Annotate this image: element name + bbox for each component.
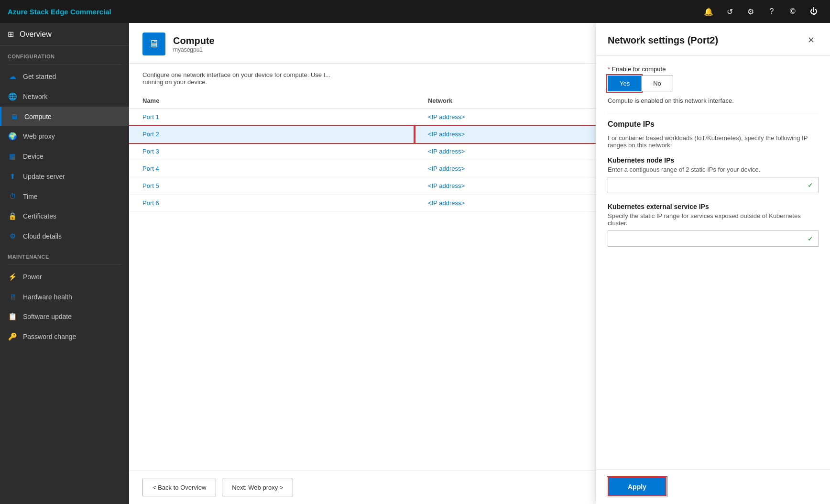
config-divider	[8, 64, 121, 65]
compute-icon: 🖥	[9, 112, 19, 121]
sidebar-item-power[interactable]: ⚡ Power	[0, 267, 129, 287]
sidebar-item-device[interactable]: ▦ Device	[0, 146, 129, 166]
sidebar-item-web-proxy[interactable]: 🌍 Web proxy	[0, 126, 129, 146]
k8s-external-input-container: ✓	[608, 230, 819, 247]
sidebar-label-compute: Compute	[24, 113, 52, 121]
sidebar-item-hardware-health[interactable]: 🖥 Hardware health	[0, 287, 129, 307]
web-proxy-icon: 🌍	[8, 132, 17, 141]
sidebar-label-network: Network	[23, 93, 47, 100]
sidebar-item-get-started[interactable]: ☁ Get started	[0, 66, 129, 87]
compute-ips-desc: For container based workloads (IoT/Kuber…	[608, 134, 819, 149]
col-name: Name	[129, 93, 415, 109]
overview-icon: ⊞	[8, 30, 14, 39]
sidebar-label-update-server: Update server	[23, 173, 65, 180]
port2-name[interactable]: Port 2	[129, 126, 415, 143]
k8s-node-input-container: ✓	[608, 177, 819, 193]
side-panel-body: * Enable for compute Yes No Compute is e…	[596, 56, 830, 469]
sidebar-label-device: Device	[23, 153, 44, 160]
get-started-icon: ☁	[8, 72, 17, 81]
maintenance-divider	[8, 264, 121, 265]
power-menu-icon: ⚡	[8, 273, 17, 281]
compute-enabled-text: Compute is enabled on this network inter…	[608, 97, 819, 104]
time-icon: ⏱	[8, 192, 17, 200]
k8s-node-heading: Kubernetes node IPs	[608, 156, 819, 164]
enable-toggle-group: Yes No	[608, 76, 819, 91]
sidebar-item-overview[interactable]: ⊞ Overview	[0, 23, 129, 46]
port6-name[interactable]: Port 6	[129, 195, 415, 212]
sidebar-item-password-change[interactable]: 🔑 Password change	[0, 327, 129, 347]
maintenance-section-label: MAINTENANCE	[0, 246, 129, 263]
password-change-icon: 🔑	[8, 332, 17, 341]
k8s-external-heading: Kubernetes external service IPs	[608, 203, 819, 210]
port5-name[interactable]: Port 5	[129, 177, 415, 195]
no-toggle-button[interactable]: No	[641, 76, 673, 91]
help-icon[interactable]: ?	[763, 3, 780, 20]
k8s-node-desc: Enter a contiguous range of 2 static IPs…	[608, 166, 819, 173]
sidebar-item-compute[interactable]: 🖥 Compute	[0, 107, 129, 126]
config-section-label: CONFIGURATION	[0, 46, 129, 62]
k8s-external-desc: Specify the static IP range for services…	[608, 212, 819, 227]
hardware-health-icon: 🖥	[8, 293, 17, 301]
sidebar-label-power: Power	[23, 273, 42, 281]
close-panel-button[interactable]: ✕	[803, 33, 819, 48]
side-panel-footer: Apply	[596, 469, 830, 504]
sidebar-item-cloud-details[interactable]: ⚙ Cloud details	[0, 226, 129, 246]
bell-icon[interactable]: 🔔	[700, 3, 717, 20]
port3-name[interactable]: Port 3	[129, 143, 415, 160]
k8s-node-check-icon: ✓	[808, 181, 813, 189]
certificates-icon: 🔒	[8, 212, 17, 220]
update-server-icon: ⬆	[8, 172, 17, 181]
device-icon: ▦	[8, 152, 17, 161]
back-to-overview-button[interactable]: < Back to Overview	[142, 479, 216, 496]
port1-name[interactable]: Port 1	[129, 109, 415, 126]
next-web-proxy-button[interactable]: Next: Web proxy >	[222, 479, 293, 496]
panel-title: Network settings (Port2)	[608, 35, 718, 46]
sidebar-label-software-update: Software update	[23, 313, 72, 320]
topbar: Azure Stack Edge Commercial 🔔 ↺ ⚙ ? © ⏻	[0, 0, 830, 23]
enable-field-label: * Enable for compute	[608, 66, 819, 73]
sidebar-label-hardware-health: Hardware health	[23, 293, 72, 301]
side-panel: Network settings (Port2) ✕ * Enable for …	[596, 23, 830, 504]
compute-ips-heading: Compute IPs	[608, 120, 819, 131]
sidebar-label-cloud-details: Cloud details	[23, 232, 62, 240]
side-panel-header: Network settings (Port2) ✕	[596, 23, 830, 56]
divider1	[608, 113, 819, 113]
page-icon: 🖥	[142, 33, 165, 55]
refresh-icon[interactable]: ↺	[721, 3, 738, 20]
sidebar-item-network[interactable]: 🌐 Network	[0, 87, 129, 107]
sidebar-overview-label: Overview	[20, 30, 52, 39]
sidebar-item-certificates[interactable]: 🔒 Certificates	[0, 206, 129, 226]
sidebar: ⊞ Overview CONFIGURATION ☁ Get started 🌐…	[0, 23, 129, 504]
sidebar-label-web-proxy: Web proxy	[23, 132, 55, 140]
power-icon[interactable]: ⏻	[805, 3, 822, 20]
gear-icon[interactable]: ⚙	[742, 3, 759, 20]
apply-button[interactable]: Apply	[608, 477, 666, 496]
k8s-node-ip-input[interactable]	[613, 182, 808, 189]
sidebar-item-software-update[interactable]: 📋 Software update	[0, 307, 129, 327]
page-title: Compute	[173, 35, 215, 46]
page-header-text: Compute myasegpu1	[173, 35, 215, 53]
k8s-external-ip-input[interactable]	[613, 235, 808, 242]
sidebar-item-update-server[interactable]: ⬆ Update server	[0, 166, 129, 186]
sidebar-label-get-started: Get started	[23, 73, 56, 80]
sidebar-item-time[interactable]: ⏱ Time	[0, 186, 129, 206]
content-area: 🖥 Compute myasegpu1 Configure one networ…	[129, 23, 830, 504]
app-title: Azure Stack Edge Commercial	[8, 8, 111, 16]
network-icon: 🌐	[8, 92, 17, 101]
k8s-external-check-icon: ✓	[808, 235, 813, 242]
sidebar-label-certificates: Certificates	[23, 212, 56, 220]
copyright-icon[interactable]: ©	[784, 3, 801, 20]
port4-name[interactable]: Port 4	[129, 160, 415, 177]
software-update-icon: 📋	[8, 312, 17, 321]
cloud-details-icon: ⚙	[8, 232, 17, 241]
page-subtitle: myasegpu1	[173, 46, 215, 53]
sidebar-label-time: Time	[23, 193, 38, 200]
yes-toggle-button[interactable]: Yes	[608, 76, 641, 91]
main-layout: ⊞ Overview CONFIGURATION ☁ Get started 🌐…	[0, 23, 830, 504]
sidebar-label-password-change: Password change	[23, 333, 76, 340]
topbar-actions: 🔔 ↺ ⚙ ? © ⏻	[700, 3, 822, 20]
